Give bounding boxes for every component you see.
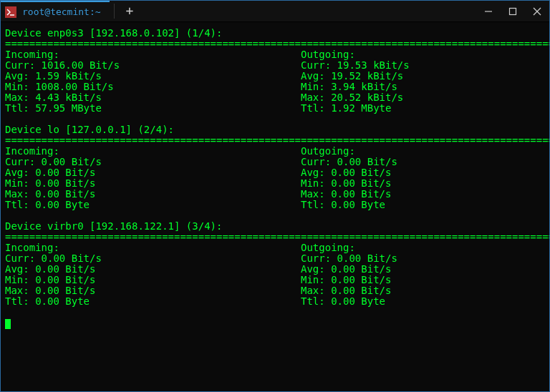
section-headers: Incoming: Outgoing: xyxy=(5,146,545,157)
stat-max: Max: 4.43 kBit/s Max: 20.52 kBit/s xyxy=(5,92,545,103)
stat-avg: Avg: 1.59 kBit/s Avg: 19.52 kBit/s xyxy=(5,71,545,82)
stat-curr: Curr: 0.00 Bit/s Curr: 0.00 Bit/s xyxy=(5,157,545,167)
tab-active[interactable]: root@tecmint:~ xyxy=(1,1,110,21)
close-button[interactable] xyxy=(525,1,549,22)
tab-separator xyxy=(114,4,115,18)
svg-rect-3 xyxy=(510,8,516,14)
blank xyxy=(5,210,545,221)
device-header: Device virbr0 [192.168.122.1] (3/4): xyxy=(5,221,545,232)
tab-title: root@tecmint:~ xyxy=(22,7,101,17)
hr: ========================================… xyxy=(5,39,545,49)
stat-ttl: Ttl: 57.95 MByte Ttl: 1.92 MByte xyxy=(5,103,545,114)
device-header: Device lo [127.0.0.1] (2/4): xyxy=(5,124,545,135)
stat-min: Min: 0.00 Bit/s Min: 0.00 Bit/s xyxy=(5,178,545,189)
maximize-icon xyxy=(508,7,517,16)
stat-curr: Curr: 0.00 Bit/s Curr: 0.00 Bit/s xyxy=(5,253,545,264)
stat-min: Min: 0.00 Bit/s Min: 0.00 Bit/s xyxy=(5,275,545,285)
blank xyxy=(5,307,545,318)
section-headers: Incoming: Outgoing: xyxy=(5,242,545,253)
terminal-window: root@tecmint:~ + Device enp0s3 [192.168.… xyxy=(0,0,550,392)
cursor xyxy=(5,319,11,329)
stat-ttl: Ttl: 0.00 Byte Ttl: 0.00 Byte xyxy=(5,296,545,307)
stat-max: Max: 0.00 Bit/s Max: 0.00 Bit/s xyxy=(5,189,545,200)
stat-curr: Curr: 1016.00 Bit/s Curr: 19.53 kBit/s xyxy=(5,60,545,71)
device-header: Device enp0s3 [192.168.0.102] (1/4): xyxy=(5,28,545,39)
minimize-button[interactable] xyxy=(476,1,501,22)
terminal-viewport[interactable]: Device enp0s3 [192.168.0.102] (1/4):====… xyxy=(1,22,549,391)
hr: ========================================… xyxy=(5,232,545,242)
maximize-button[interactable] xyxy=(501,1,525,22)
stat-avg: Avg: 0.00 Bit/s Avg: 0.00 Bit/s xyxy=(5,264,545,275)
close-icon xyxy=(533,7,541,16)
minimize-icon xyxy=(484,7,493,16)
titlebar: root@tecmint:~ + xyxy=(1,1,549,22)
stat-avg: Avg: 0.00 Bit/s Avg: 0.00 Bit/s xyxy=(5,167,545,178)
stat-min: Min: 1008.00 Bit/s Min: 3.94 kBit/s xyxy=(5,82,545,92)
stat-max: Max: 0.00 Bit/s Max: 0.00 Bit/s xyxy=(5,285,545,296)
window-controls xyxy=(476,1,549,22)
stat-ttl: Ttl: 0.00 Byte Ttl: 0.00 Byte xyxy=(5,200,545,210)
new-tab-button[interactable]: + xyxy=(119,4,141,18)
hr: ========================================… xyxy=(5,135,545,146)
section-headers: Incoming: Outgoing: xyxy=(5,49,545,60)
blank xyxy=(5,114,545,124)
terminal-icon xyxy=(5,6,16,18)
